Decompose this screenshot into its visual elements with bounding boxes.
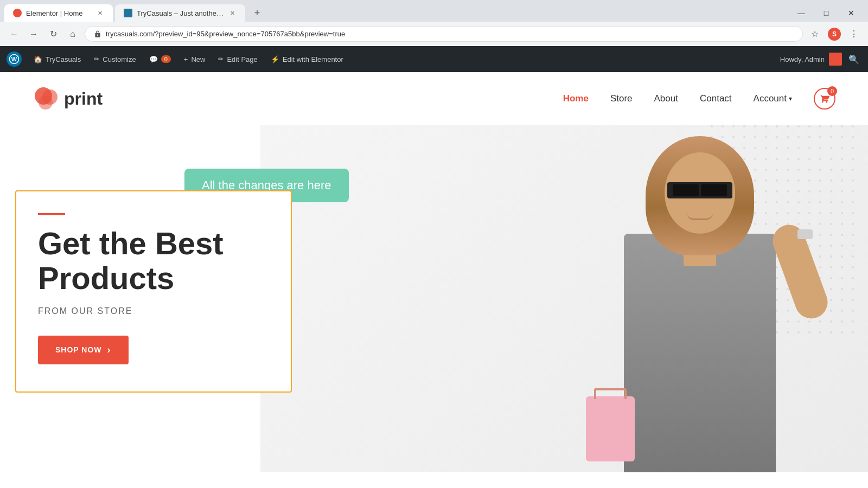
lock-icon — [94, 30, 101, 38]
site-logo[interactable]: print — [33, 85, 103, 112]
nav-link-contact[interactable]: Contact — [700, 93, 732, 104]
howdy-text: Howdy, Admin — [780, 55, 825, 63]
minimize-button[interactable]: — — [789, 4, 814, 22]
url-input[interactable]: trycasuals.com/?preview_id=95&preview_no… — [85, 26, 803, 42]
wp-logo[interactable]: W — [7, 52, 22, 67]
close-button[interactable]: ✕ — [839, 4, 864, 22]
logo-text: print — [64, 89, 103, 109]
cart-button[interactable]: 0 — [814, 88, 835, 110]
shop-now-label: SHOP NOW — [55, 345, 102, 354]
tab-close-elementor[interactable]: ✕ — [95, 9, 104, 17]
admin-edit-elementor[interactable]: ⚡ Edit with Elementor — [265, 46, 349, 72]
elementor-icon: ⚡ — [271, 55, 279, 63]
comments-count-badge: 0 — [161, 55, 171, 63]
new-icon: + — [184, 55, 188, 63]
profile-avatar: S — [828, 28, 841, 41]
shop-now-button[interactable]: SHOP NOW › — [38, 336, 129, 364]
svg-text:W: W — [11, 56, 17, 62]
window-controls: — □ ✕ — [789, 4, 864, 22]
hero-heading: Get the Best Products — [38, 226, 269, 296]
person-face — [665, 152, 735, 234]
person-watch — [797, 229, 813, 239]
accent-line — [38, 213, 65, 215]
cart-count-badge: 0 — [827, 86, 837, 96]
wp-admin-right: Howdy, Admin 🔍 — [780, 52, 861, 67]
hero-person-figure — [575, 147, 825, 472]
logo-icon — [33, 85, 60, 112]
profile-button[interactable]: S — [827, 27, 842, 42]
hero-heading-line1: Get the Best — [38, 226, 224, 261]
nav-link-store[interactable]: Store — [610, 93, 633, 104]
account-chevron-icon: ▾ — [789, 95, 792, 102]
comments-icon: 💬 — [149, 55, 158, 63]
site-nav: Home Store About Contact Account ▾ 0 — [563, 88, 835, 110]
hero-text-box: Get the Best Products FROM OUR STORE SHO… — [15, 190, 292, 393]
url-text: trycasuals.com/?preview_id=95&preview_no… — [106, 30, 794, 38]
tab-title-trycasuals: TryCasuals – Just another WordP... — [137, 9, 224, 17]
back-button[interactable]: ← — [7, 27, 22, 42]
site-header: print Home Store About Contact Account ▾… — [0, 72, 868, 125]
logo-svg — [33, 85, 60, 112]
address-bar: ← → ↻ ⌂ trycasuals.com/?preview_id=95&pr… — [0, 22, 868, 46]
admin-search-button[interactable]: 🔍 — [846, 52, 861, 67]
edit-page-icon: ✏ — [218, 55, 224, 63]
wp-admin-bar: W 🏠 TryCasuals ✏ Customize 💬 0 + New ✏ E… — [0, 46, 868, 72]
admin-site-name[interactable]: 🏠 TryCasuals — [28, 46, 86, 72]
nav-link-about[interactable]: About — [654, 93, 678, 104]
hero-bg — [260, 125, 868, 472]
new-tab-button[interactable]: + — [250, 5, 265, 21]
person-body — [624, 234, 776, 472]
forward-button[interactable]: → — [26, 27, 41, 42]
nav-account[interactable]: Account ▾ — [754, 93, 792, 104]
sunglasses-right-lens — [701, 184, 727, 196]
hero-heading-line2: Products — [38, 260, 174, 296]
customize-pencil-icon: ✏ — [94, 55, 99, 63]
admin-comments[interactable]: 💬 0 — [144, 46, 176, 72]
sunglasses-left-lens — [673, 184, 699, 196]
person-sunglasses — [667, 182, 732, 198]
tab-favicon-trycasuals — [124, 9, 132, 17]
shopping-bag — [586, 396, 635, 461]
refresh-button[interactable]: ↻ — [46, 27, 61, 42]
admin-new[interactable]: + New — [178, 46, 211, 72]
bag-handle — [594, 388, 627, 399]
admin-customize[interactable]: ✏ Customize — [88, 46, 141, 72]
tab-elementor[interactable]: Elementor | Home ✕ — [4, 4, 113, 22]
admin-edit-page[interactable]: ✏ Edit Page — [213, 46, 263, 72]
svg-point-4 — [39, 95, 53, 110]
account-label: Account — [754, 93, 787, 104]
home-icon: 🏠 — [34, 55, 42, 63]
bookmark-button[interactable]: ☆ — [807, 27, 822, 42]
shop-now-arrow-icon: › — [107, 344, 111, 356]
tab-favicon-elementor — [13, 9, 22, 17]
tab-close-trycasuals[interactable]: ✕ — [228, 9, 237, 17]
browser-title-bar: Elementor | Home ✕ TryCasuals – Just ano… — [0, 0, 868, 22]
site-content: print Home Store About Contact Account ▾… — [0, 72, 868, 488]
hero-subtext: FROM OUR STORE — [38, 306, 269, 316]
cart-icon — [820, 94, 829, 104]
hero-section: All the changes are here Get the Best Pr… — [0, 125, 868, 472]
admin-avatar[interactable] — [829, 53, 842, 66]
browser-search-button[interactable]: ⋮ — [846, 27, 861, 42]
home-nav-button[interactable]: ⌂ — [65, 27, 80, 42]
wordpress-icon: W — [9, 54, 19, 64]
maximize-button[interactable]: □ — [814, 4, 839, 22]
tab-title-elementor: Elementor | Home — [26, 9, 91, 17]
person-smile — [686, 212, 713, 220]
tab-trycasuals[interactable]: TryCasuals – Just another WordP... ✕ — [115, 4, 245, 22]
nav-link-home[interactable]: Home — [563, 93, 589, 104]
